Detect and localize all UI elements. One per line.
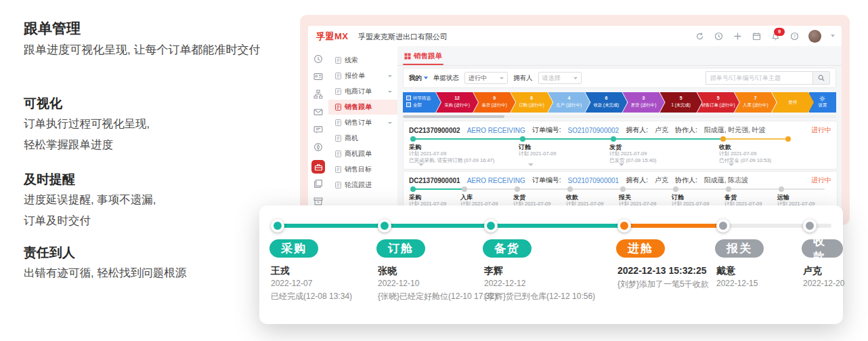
section-text: 订单执行过程可视化呈现, [24,117,150,132]
pipeline-stage[interactable]: 51 (未完成) [660,92,702,113]
chevron-down-icon [388,91,392,93]
menu-item-quotation[interactable]: 报价单 [328,68,397,83]
section-heading-reminder: 及时提醒 [24,171,75,188]
app-window: 孚盟MX 孚盟麦克斯进出口有限公司 9 [308,26,842,218]
milestone-date: 2022-12-20 [803,279,844,288]
icon-rail [308,46,329,218]
pipeline-stage[interactable]: 3发货 (进行中) [622,92,664,113]
pipeline-stage[interactable]: 6收款 (未完成) [585,92,627,113]
id-card-icon[interactable] [313,72,323,81]
expand-arrow-icon[interactable] [528,163,534,166]
expand-arrow-icon[interactable] [418,163,424,166]
org-chart-icon[interactable] [313,89,323,99]
mail-icon[interactable] [313,107,323,117]
timeline-current-line [626,224,725,228]
milestone-date: 2022-12-10 [378,279,419,288]
sidebar-menu: 线索 报价单 电商订单 销售跟单 销售订单 商机 [328,46,398,218]
stage-dot [462,186,467,192]
avatar-caret-icon[interactable] [831,35,835,37]
user-avatar[interactable] [808,30,821,43]
pipeline-stage[interactable]: 6订舱 (进行中) [511,92,552,113]
menu-item-sales-target[interactable]: 销售目标 [328,162,397,177]
briefcase-icon-active[interactable] [311,160,325,174]
doc-icon [335,182,341,188]
owner-filter-label: 拥有人 [513,74,533,83]
owner-select[interactable]: 请选择 [538,72,582,84]
layers-icon[interactable] [313,179,323,188]
help-icon[interactable]: ? [789,31,799,41]
pipeline-filter-box[interactable]: 环节筛选 全部 [403,92,441,113]
doc-icon [335,166,341,173]
owner-name: 卢克 [655,125,668,135]
milestone-dot [716,219,730,233]
chevron-down-icon [573,77,578,79]
pipeline-stage[interactable]: 5销售订单 (进行中) [697,92,739,113]
menu-item-leads[interactable]: 线索 [328,53,397,68]
expand-arrow-icon[interactable] [619,163,624,166]
milestone-pill: 收款 [802,239,843,258]
pipeline-scrollbar-thumb[interactable] [403,115,504,118]
menu-item-rotation-follow[interactable]: 轮流跟进 [328,178,397,193]
stage-dot [520,136,525,142]
collaborators: 阳成蕴, 陈志波 [704,176,749,185]
pipeline-stage[interactable]: 7入库 (进行中) [735,92,777,113]
milestone-pill: 进舱 [616,239,665,258]
order-number-link[interactable]: SO21070900002 [568,127,620,134]
owner-name: 卢克 [655,176,668,185]
milestone-pill: 报关 [715,239,764,258]
pipeline-stage[interactable]: 暂停 [772,92,814,113]
stage-plan: 计划 2021-07-09 [609,151,647,157]
search-input[interactable] [706,71,812,85]
milestone-dot [617,219,631,233]
order-code[interactable]: DC21370900001 [409,177,460,184]
plus-icon[interactable] [733,31,742,41]
order-header: DC21370900002 AERO RECEIVING 订单编号: SO210… [409,125,831,135]
section-text: 轻松掌握跟单进度 [24,138,113,153]
notification-badge: 9 [774,28,785,36]
pipeline-stage[interactable]: 12采购 (进行中) [436,92,478,113]
pipeline-stage[interactable]: 9备货 (进行中) [473,92,515,113]
refresh-icon[interactable] [695,31,704,41]
doc-icon [335,88,341,95]
archive-icon[interactable] [313,197,323,206]
order-header: DC21370900001 AERO RECEIVING 订单编号: SO210… [409,176,831,185]
pipeline-stage[interactable]: 4生产 (进行中) [548,92,590,113]
doc-icon [335,135,341,142]
section-text: 订单及时交付 [24,214,91,228]
stage-plan: 计划 2021-07-09 [409,151,446,157]
section-text: 进度延误提醒, 事项不遗漏, [24,193,156,207]
clock-icon[interactable] [313,54,323,64]
customer-link[interactable]: AERO RECEIVING [467,127,525,134]
checkbox-icon [406,102,411,107]
order-card[interactable]: DC21370900002 AERO RECEIVING 订单编号: SO210… [403,121,838,169]
stage-dot [515,186,520,192]
menu-item-sales-tracking-active[interactable]: 销售跟单 [328,100,397,115]
compass-icon[interactable] [313,142,323,152]
search-button[interactable] [812,71,830,85]
menu-item-sales-orders[interactable]: 销售订单 [328,115,397,130]
order-number-link[interactable]: SO21070900001 [568,177,620,184]
checkbox-icon [406,96,411,100]
status-select[interactable]: 进行中 [464,72,508,84]
expand-arrow-icon[interactable] [729,163,734,166]
section-text: 出错有迹可循, 轻松找到问题根源 [24,266,186,281]
menu-item-opportunity-tracking[interactable]: 商机跟单 [328,146,397,161]
milestone-person: 戴意 [716,265,735,277]
stage-dot [410,186,416,192]
milestone-datetime: 2022-12-13 15:32:25 [617,265,707,276]
customer-link[interactable]: AERO RECEIVING [467,177,525,184]
filter-bar: 我的 单据状态 进行中 拥有人 请选择 [403,68,836,88]
calendar-icon[interactable] [752,31,761,41]
scope-dropdown[interactable]: 我的 [409,74,428,83]
timeline-done-line [273,224,626,228]
menu-item-ecommerce-orders[interactable]: 电商订单 [328,84,397,99]
history-clock-icon[interactable] [714,31,723,41]
message-icon[interactable] [313,125,323,134]
tab-sales-tracking[interactable]: 销售跟单 [404,52,442,61]
order-code[interactable]: DC21370900002 [409,127,460,134]
menu-item-opportunities[interactable]: 商机 [328,131,397,146]
timeline-segment-done [412,138,722,140]
notification-bell-icon[interactable]: 9 [771,31,780,41]
milestone-date: 2022-12-15 [716,279,758,288]
milestone-note: {李辉}货已到仓库(12-12 10:56) [484,291,595,302]
